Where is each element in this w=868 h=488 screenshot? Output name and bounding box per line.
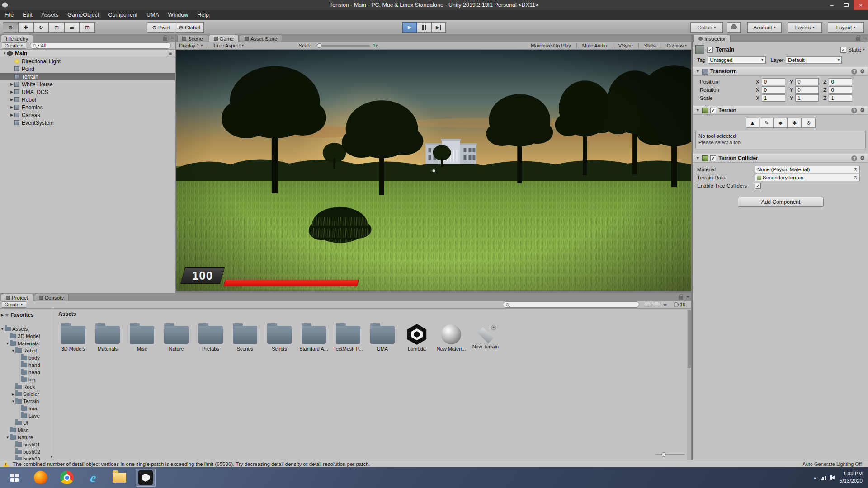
tree-colliders-checkbox[interactable]: ✓ — [755, 183, 761, 189]
tree-item-soldier[interactable]: ▶Soldier — [0, 390, 53, 398]
expand-arrow-icon[interactable]: ▶ — [9, 98, 14, 102]
asset-nature[interactable]: Nature — [159, 320, 193, 360]
asset-3d-models[interactable]: 3D Models — [56, 320, 90, 360]
transform-tool-button[interactable]: ⊞ — [80, 22, 95, 33]
add-component-button[interactable]: Add Component — [738, 197, 824, 207]
tree-item-laye[interactable]: Laye — [0, 412, 53, 419]
scene-menu-icon[interactable]: ≡ — [169, 50, 172, 56]
hierarchy-item-enemies[interactable]: ▶Enemies — [0, 103, 175, 111]
scroll-down-icon[interactable]: ▾ — [51, 455, 52, 459]
menu-edit[interactable]: Edit — [23, 12, 33, 18]
rect-tool-button[interactable]: ▭ — [64, 22, 80, 33]
step-button[interactable]: ▶ — [431, 22, 446, 33]
expand-arrow-icon[interactable]: ▶ — [9, 113, 14, 117]
hierarchy-item-robot[interactable]: ▶Robot — [0, 96, 175, 103]
asset-standard-assets[interactable]: Standard A... — [297, 320, 331, 360]
play-button[interactable]: ▶ — [402, 22, 417, 33]
volume-icon[interactable] — [831, 475, 835, 480]
hierarchy-item-directional-light[interactable]: Directional Light — [0, 57, 175, 65]
tree-item-head[interactable]: head — [0, 369, 53, 376]
tab-project[interactable]: Project — [1, 294, 33, 301]
close-button[interactable]: × — [854, 0, 868, 10]
tab-inspector[interactable]: Inspector — [693, 35, 731, 42]
paint-terrain-tool-button[interactable]: ✎ — [760, 118, 774, 128]
active-checkbox[interactable]: ✓ — [707, 47, 713, 53]
panel-menu-icon[interactable]: ≡ — [170, 36, 174, 42]
warning-icon[interactable]: ! — [3, 461, 9, 467]
expand-arrow-icon[interactable]: ▼ — [11, 399, 15, 404]
gear-icon[interactable]: ⚙ — [860, 155, 865, 161]
object-picker-icon[interactable]: ⊙ — [854, 167, 858, 173]
tab-hierarchy[interactable]: Hierarchy — [1, 35, 33, 42]
project-search-input[interactable] — [503, 301, 639, 308]
material-object-field[interactable]: None (Physic Material)⊙ — [755, 166, 860, 173]
tree-item-leg[interactable]: leg — [0, 376, 53, 383]
menu-window[interactable]: Window — [168, 12, 188, 18]
position-y-field[interactable]: 0 — [795, 78, 819, 85]
hierarchy-item-canvas[interactable]: ▶Canvas — [0, 111, 175, 119]
tree-item-hand[interactable]: hand — [0, 361, 53, 369]
static-checkbox[interactable]: ✓ — [840, 47, 846, 53]
tab-console[interactable]: Console — [34, 294, 69, 301]
asset-misc[interactable]: Misc — [125, 320, 159, 360]
mute-audio-button[interactable]: Mute Audio — [580, 43, 610, 48]
hierarchy-create-button[interactable]: Create▾ — [2, 42, 26, 49]
search-by-label-icon[interactable] — [653, 302, 660, 307]
expand-arrow-icon[interactable]: ▼ — [0, 327, 5, 331]
tree-item-assets[interactable]: ▼Assets — [0, 325, 53, 333]
tree-item-ima[interactable]: Ima — [0, 405, 53, 412]
tray-expand-icon[interactable]: ▴ — [814, 475, 816, 480]
lock-icon[interactable] — [856, 37, 860, 41]
taskbar-chrome[interactable] — [57, 469, 77, 487]
taskbar-firefox[interactable] — [31, 469, 51, 487]
paint-trees-tool-button[interactable]: ♣ — [774, 118, 788, 128]
stats-button[interactable]: Stats — [642, 43, 658, 48]
tree-item-rock[interactable]: Rock — [0, 383, 53, 390]
asset-scenes[interactable]: Scenes — [228, 320, 262, 360]
layout-dropdown[interactable]: Layout▾ — [828, 22, 864, 33]
help-icon[interactable]: ? — [851, 108, 857, 113]
menu-component[interactable]: Component — [108, 12, 137, 18]
game-viewport[interactable]: 100 — [176, 50, 691, 291]
foldout-arrow-icon[interactable]: ▼ — [696, 108, 700, 113]
start-button[interactable] — [5, 469, 24, 487]
menu-assets[interactable]: Assets — [42, 12, 59, 18]
taskbar-ie[interactable]: e — [83, 469, 103, 487]
account-dropdown[interactable]: Account▾ — [747, 22, 782, 33]
expand-arrow-icon[interactable]: ▶ — [11, 392, 15, 396]
rotation-y-field[interactable]: 0 — [795, 86, 819, 94]
tree-item-body[interactable]: body — [0, 354, 53, 361]
project-create-button[interactable]: Create▾ — [2, 301, 26, 308]
asset-new-terrain[interactable]: +New Terrain — [468, 320, 503, 360]
tab-asset-store[interactable]: Asset Store — [240, 35, 282, 42]
position-z-field[interactable]: 0 — [829, 78, 852, 85]
asset-lambda[interactable]: Lambda — [400, 320, 434, 360]
menu-gameobject[interactable]: GameObject — [67, 12, 99, 18]
lock-icon[interactable] — [679, 296, 683, 300]
menu-file[interactable]: File — [5, 12, 14, 18]
create-neighbor-terrains-tool-button[interactable]: ▲ — [746, 118, 760, 128]
network-icon[interactable] — [821, 475, 827, 480]
foldout-arrow-icon[interactable]: ▼ — [696, 156, 700, 160]
tree-item-3d-model[interactable]: 3D Model — [0, 333, 53, 340]
expand-arrow-icon[interactable]: ▼ — [2, 52, 7, 56]
expand-arrow-icon[interactable]: ▶ — [9, 90, 14, 94]
expand-arrow-icon[interactable]: ▶ — [9, 105, 14, 109]
tree-item-bush03[interactable]: bush03 — [0, 455, 53, 460]
help-icon[interactable]: ? — [851, 155, 857, 161]
taskbar-unity[interactable] — [136, 469, 156, 487]
scale-slider[interactable] — [317, 45, 370, 47]
paint-details-tool-button[interactable]: ✽ — [788, 118, 802, 128]
scrollbar-thumb[interactable] — [688, 310, 691, 368]
taskbar-explorer[interactable] — [109, 469, 129, 487]
rotate-tool-button[interactable]: ↻ — [33, 22, 49, 33]
asset-materials[interactable]: Materials — [90, 320, 125, 360]
hierarchy-item-uma-dcs[interactable]: ▶UMA_DCS — [0, 88, 175, 96]
hierarchy-search-input[interactable]: ▾All — [30, 42, 171, 49]
hierarchy-item-terrain[interactable]: Terrain — [0, 73, 175, 80]
scale-tool-button[interactable]: ⊡ — [49, 22, 64, 33]
layer-dropdown[interactable]: Default▾ — [786, 56, 842, 64]
asset-new-material[interactable]: New Materi... — [434, 320, 468, 360]
favorite-search-icon[interactable]: ★ — [663, 301, 668, 308]
menu-help[interactable]: Help — [197, 12, 209, 18]
